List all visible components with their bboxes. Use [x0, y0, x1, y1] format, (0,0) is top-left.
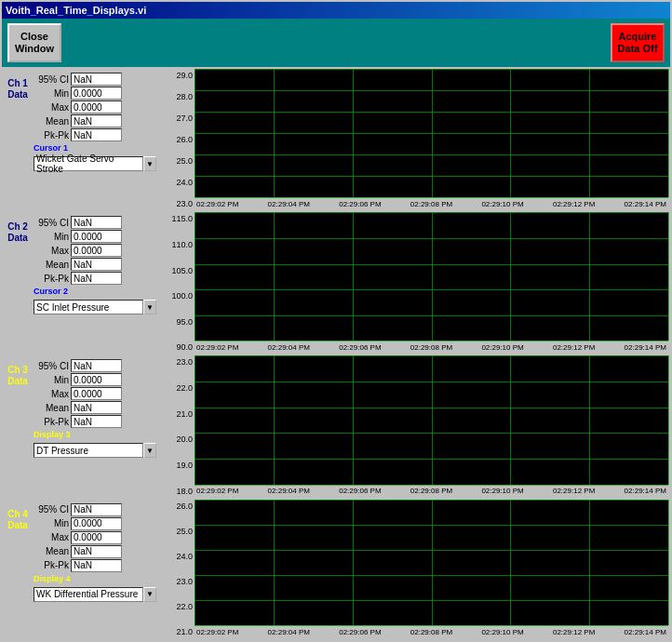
- close-button[interactable]: Close Window: [7, 23, 61, 62]
- y-axis-label: 26.0: [168, 502, 193, 511]
- channel-left-ch2: Ch 2 Data95% CINaNMin0.0000Max0.0000Mean…: [4, 212, 167, 354]
- grid-v-line: [510, 212, 511, 341]
- acquire-button[interactable]: Acquire Data Off: [611, 23, 665, 62]
- grid-v-line: [668, 212, 669, 341]
- x-axis-label: 02:29:12 PM: [553, 200, 595, 208]
- channel-label-ch2: Ch 2 Data: [4, 221, 32, 244]
- display-name-ch1: Cursor 1: [34, 143, 167, 153]
- stat-value-mean-ch4: NaN: [71, 545, 122, 558]
- grid-v-line: [510, 355, 511, 484]
- dropdown-ch4[interactable]: WK Differential Pressure: [34, 587, 143, 602]
- y-axis-label: 115.0: [168, 214, 193, 223]
- stat-value-pkpk-ch3: NaN: [71, 415, 122, 428]
- grid-v-line: [274, 355, 275, 484]
- x-axis-label: 02:29:06 PM: [339, 343, 381, 352]
- chart-wrapper-ch1: 02:29:02 PM02:29:04 PM02:29:06 PM02:29:0…: [195, 69, 668, 210]
- stats-panel-ch3: 95% CINaNMin0.0000Max0.0000MeanNaNPk-PkN…: [34, 359, 167, 428]
- dropdown-arrow-ch3[interactable]: ▼: [143, 443, 156, 458]
- x-axis-label: 02:29:12 PM: [553, 343, 595, 352]
- dropdown-arrow-ch1[interactable]: ▼: [143, 156, 156, 171]
- x-axis-label: 02:29:14 PM: [625, 343, 666, 352]
- dropdown-ch2[interactable]: SC Inlet Pressure: [34, 300, 143, 314]
- y-axis-label: 21.0: [168, 627, 193, 636]
- x-axis-ch4: 02:29:02 PM02:29:04 PM02:29:06 PM02:29:0…: [195, 625, 668, 638]
- y-axis-ch4: 26.025.024.023.022.021.0: [168, 500, 195, 638]
- stats-panel-ch4: 95% CINaNMin0.0000Max0.0000MeanNaNPk-PkN…: [34, 503, 167, 572]
- chart-wrapper-ch4: 02:29:02 PM02:29:04 PM02:29:06 PM02:29:0…: [195, 500, 668, 638]
- channel-left-ch3: Ch 3 Data95% CINaNMin0.0000Max0.0000Mean…: [4, 355, 167, 497]
- stat-value-ci-ch2: NaN: [71, 216, 122, 229]
- stat-label-ci-ch2: 95% CI: [34, 218, 69, 228]
- x-axis-label: 02:29:10 PM: [481, 343, 523, 352]
- stat-label-mean-ch4: Mean: [34, 546, 69, 556]
- stat-label-ci-ch1: 95% CI: [34, 74, 69, 85]
- grid-v-line: [589, 355, 590, 484]
- x-axis-ch2: 02:29:02 PM02:29:04 PM02:29:06 PM02:29:0…: [195, 341, 668, 354]
- grid-v-line: [195, 69, 195, 197]
- channel-left-ch1: Ch 1 Data95% CINaNMin0.0000Max0.0000Mean…: [4, 69, 167, 210]
- stat-label-min-ch4: Min: [34, 518, 69, 528]
- stats-panel-ch1: 95% CINaNMin0.0000Max0.0000MeanNaNPk-PkN…: [34, 73, 167, 141]
- stat-label-mean-ch2: Mean: [34, 260, 69, 270]
- x-axis-label: 02:29:06 PM: [339, 487, 381, 495]
- y-axis-label: 28.0: [168, 92, 193, 101]
- x-axis-ch3: 02:29:02 PM02:29:04 PM02:29:06 PM02:29:0…: [195, 485, 668, 498]
- channel-label-ch1: Ch 1 Data: [4, 78, 32, 100]
- dropdown-arrow-ch2[interactable]: ▼: [143, 300, 156, 314]
- grid-v-line: [510, 69, 511, 197]
- y-axis-label: 90.0: [168, 342, 193, 352]
- stats-panel-ch2: 95% CINaNMin0.0000Max0.0000MeanNaNPk-PkN…: [34, 216, 167, 285]
- stat-row-pkpk-ch2: Pk-PkNaN: [34, 272, 167, 285]
- x-axis-label: 02:29:08 PM: [410, 487, 452, 495]
- main-window: Voith_Real_Time_Displays.vi Close Window…: [0, 0, 672, 642]
- x-axis-label: 02:29:10 PM: [481, 487, 523, 495]
- dropdown-row-ch1: Wicket Gate Servo Stroke▼: [34, 156, 167, 171]
- x-axis-label: 02:29:02 PM: [196, 200, 238, 208]
- channel-row-ch2: Ch 2 Data95% CINaNMin0.0000Max0.0000Mean…: [4, 212, 668, 354]
- x-axis-label: 02:29:08 PM: [410, 628, 452, 636]
- grid-h-line: [195, 341, 668, 341]
- grid-v-line: [589, 500, 590, 625]
- stat-value-min-ch1: 0.0000: [71, 87, 122, 100]
- display-name-ch3: Display 3: [34, 430, 167, 439]
- x-axis-label: 02:29:10 PM: [481, 200, 523, 208]
- y-axis-label: 22.0: [168, 383, 193, 393]
- grid-v-line: [589, 69, 590, 197]
- stat-label-ci-ch3: 95% CI: [34, 361, 69, 371]
- stat-label-pkpk-ch4: Pk-Pk: [34, 560, 69, 570]
- x-axis-label: 02:29:08 PM: [410, 343, 452, 352]
- stat-label-pkpk-ch3: Pk-Pk: [34, 417, 69, 427]
- stat-row-ci-ch1: 95% CINaN: [34, 73, 167, 86]
- dropdown-ch3[interactable]: DT Pressure: [34, 443, 143, 458]
- x-axis-label: 02:29:04 PM: [268, 628, 310, 636]
- y-axis-label: 20.0: [168, 435, 193, 444]
- toolbar: Close Window Acquire Data Off: [2, 19, 670, 67]
- stat-value-mean-ch3: NaN: [71, 401, 122, 414]
- grid-h-line: [195, 197, 668, 198]
- stat-row-max-ch1: Max0.0000: [34, 100, 167, 114]
- chart-plot-ch4: [195, 500, 668, 625]
- y-axis-label: 19.0: [168, 461, 193, 470]
- x-axis-label: 02:29:04 PM: [268, 343, 310, 352]
- chart-container-ch3: 23.022.021.020.019.018.002:29:02 PM02:29…: [168, 355, 668, 497]
- dropdown-arrow-ch4[interactable]: ▼: [143, 587, 156, 602]
- grid-v-line: [668, 500, 669, 625]
- display-name-ch4: Display 4: [34, 574, 167, 583]
- y-axis-label: 23.0: [168, 199, 193, 208]
- stat-row-max-ch2: Max0.0000: [34, 244, 167, 257]
- dropdown-ch1[interactable]: Wicket Gate Servo Stroke: [34, 156, 143, 171]
- stat-row-min-ch3: Min0.0000: [34, 373, 167, 386]
- channel-label-ch4: Ch 4 Data: [4, 509, 32, 531]
- grid-v-line: [668, 69, 669, 197]
- y-axis-label: 22.0: [168, 602, 193, 611]
- y-axis-label: 27.0: [168, 114, 193, 123]
- stat-value-min-ch2: 0.0000: [71, 230, 122, 243]
- grid-v-line: [432, 69, 433, 197]
- chart-container-ch1: 29.028.027.026.025.024.023.002:29:02 PM0…: [168, 69, 668, 210]
- grid-h-line: [195, 625, 668, 626]
- stat-value-max-ch3: 0.0000: [71, 387, 122, 400]
- stat-value-min-ch4: 0.0000: [71, 517, 122, 530]
- y-axis-label: 26.0: [168, 135, 193, 144]
- x-axis-label: 02:29:14 PM: [625, 487, 666, 495]
- grid-v-line: [353, 500, 354, 625]
